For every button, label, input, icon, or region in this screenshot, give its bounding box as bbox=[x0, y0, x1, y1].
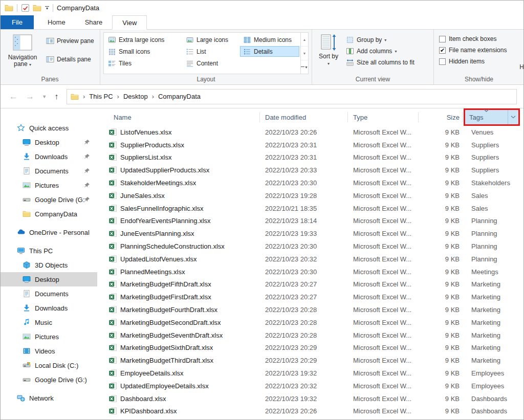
layout-option-medium-icons[interactable]: Medium icons bbox=[240, 34, 299, 45]
sidebar-item-this-pc[interactable]: This PC bbox=[0, 244, 97, 258]
recent-locations-dropdown-icon[interactable]: ▼ bbox=[42, 94, 47, 99]
breadcrumb-item-companydata[interactable]: CompanyData bbox=[158, 93, 201, 100]
tab-home[interactable]: Home bbox=[38, 15, 75, 29]
checkbox-file-name-extensions[interactable]: ✔ File name extensions bbox=[439, 45, 522, 56]
layout-option-small-icons[interactable]: Small icons bbox=[105, 46, 183, 57]
file-row[interactable]: UpdatedEmployeeDetails.xlsx 2022/10/23 2… bbox=[97, 380, 524, 392]
column-header-name[interactable]: Name bbox=[97, 108, 260, 126]
breadcrumb-item-desktop[interactable]: Desktop bbox=[123, 93, 148, 100]
file-date-modified: 2022/10/23 20:28 bbox=[260, 331, 348, 339]
breadcrumb-chevron-icon: › bbox=[152, 93, 154, 100]
file-date-modified: 2022/10/23 20:31 bbox=[260, 153, 348, 161]
breadcrumb[interactable]: › This PC › Desktop › CompanyData bbox=[67, 89, 517, 104]
file-size: 9 KB bbox=[419, 128, 463, 136]
file-row[interactable]: MarketingBudgetSixthDraft.xlsx 2022/10/2… bbox=[97, 342, 524, 355]
file-row[interactable]: JuneEventsPlanning.xlsx 2022/10/23 19:33… bbox=[97, 227, 524, 240]
checkbox-item-check-boxes[interactable]: Item check boxes bbox=[439, 33, 522, 45]
sidebar-item-documents[interactable]: Documents bbox=[0, 286, 97, 301]
column-header-date-modified[interactable]: Date modified bbox=[260, 108, 348, 126]
sidebar-item-music[interactable]: Music bbox=[0, 315, 97, 329]
sidebar-item-3d-objects[interactable]: 3D Objects bbox=[0, 258, 97, 272]
group-by-button[interactable]: Group by ▾ bbox=[344, 34, 417, 46]
details-pane-button[interactable]: Details pane bbox=[44, 54, 96, 65]
file-row[interactable]: ListofVenues.xlsx 2022/10/23 20:26 Micro… bbox=[97, 126, 524, 139]
file-row[interactable]: MarketingBudgetSeventhDraft.xlsx 2022/10… bbox=[97, 329, 524, 342]
file-row[interactable]: MarketingBudgetThirdDraft.xlsx 2022/10/2… bbox=[97, 354, 524, 367]
forward-button-icon[interactable]: → bbox=[26, 92, 34, 102]
breadcrumb-item-this-pc[interactable]: This PC bbox=[89, 93, 113, 100]
file-row[interactable]: EmployeeDetails.xlsx 2022/10/23 19:32 Mi… bbox=[97, 367, 524, 380]
layout-option-extra-large-icons[interactable]: Extra large icons bbox=[105, 34, 183, 45]
sort-by-button[interactable]: Sort by ▾ bbox=[314, 32, 343, 74]
sidebar-item-pictures[interactable]: Pictures bbox=[0, 329, 97, 344]
sidebar-item-downloads[interactable]: Downloads bbox=[0, 149, 97, 164]
sidebar-item-desktop[interactable]: Desktop bbox=[0, 272, 97, 286]
gallery-scroll-up-icon[interactable]: ▲ bbox=[301, 33, 308, 47]
tags-header-button[interactable]: Tags bbox=[465, 110, 508, 124]
sidebar-item-google-drive-g[interactable]: Google Drive (G: bbox=[0, 192, 97, 207]
gallery-more-icon[interactable]: ▼ bbox=[301, 60, 308, 74]
tab-share[interactable]: Share bbox=[75, 15, 113, 29]
file-row[interactable]: SalesFunnelInfographic.xlsx 2022/10/21 1… bbox=[97, 202, 524, 215]
address-bar: ← → ▼ ↑ › This PC › Desktop › CompanyDat… bbox=[0, 85, 524, 108]
file-row[interactable]: Dashboard.xlsx 2022/10/23 19:32 Microsof… bbox=[97, 392, 524, 405]
qat-checkmark-icon[interactable] bbox=[21, 4, 30, 12]
sidebar-item-quick-access[interactable]: Quick access bbox=[0, 121, 97, 135]
qat-customize-dropdown-icon[interactable]: ▾ bbox=[45, 6, 49, 10]
file-row[interactable]: KPIDashboard.xlsx 2022/10/23 20:26 Micro… bbox=[97, 405, 524, 418]
file-row[interactable]: MarketingBudgetFifthDraft.xlsx 2022/10/2… bbox=[97, 278, 524, 291]
tab-file[interactable]: File bbox=[1, 15, 34, 29]
layout-gallery-scroll: ▲ ▼ ▼ bbox=[301, 32, 309, 74]
checkbox[interactable] bbox=[439, 36, 446, 42]
layout-option-content[interactable]: Content bbox=[183, 58, 240, 69]
gallery-scroll-down-icon[interactable]: ▼ bbox=[301, 47, 308, 60]
sidebar-item-desktop[interactable]: Desktop bbox=[0, 135, 97, 149]
size-all-columns-button[interactable]: Size all columns to fit bbox=[344, 57, 417, 68]
file-row[interactable]: EndofYearEventsPlanning.xlsx 2022/10/23 … bbox=[97, 215, 524, 228]
navigation-pane-button[interactable]: Navigation pane ▾ bbox=[2, 32, 43, 74]
sidebar-item-companydata[interactable]: CompanyData bbox=[0, 207, 97, 221]
file-row[interactable]: PlannedMeetings.xlsx 2022/10/23 20:30 Mi… bbox=[97, 266, 524, 278]
file-row[interactable]: SupplierProducts.xlsx 2022/10/23 20:31 M… bbox=[97, 139, 524, 151]
file-tags: Marketing bbox=[463, 357, 524, 364]
checkbox[interactable]: ✔ bbox=[439, 47, 446, 54]
add-columns-button[interactable]: Add columns ▾ bbox=[344, 46, 417, 57]
file-row[interactable]: MarketingBudgetFirstDraft.xlsx 2022/10/2… bbox=[97, 291, 524, 303]
file-row[interactable]: MarketingBudgetSecondDraft.xlsx 2022/10/… bbox=[97, 316, 524, 329]
file-tags: Employees bbox=[463, 382, 524, 390]
preview-pane-button[interactable]: Preview pane bbox=[44, 35, 96, 47]
file-type: Microsoft Excel W... bbox=[348, 166, 419, 174]
file-row[interactable]: JuneSales.xlsx 2022/10/23 19:28 Microsof… bbox=[97, 189, 524, 202]
layout-option-large-icons[interactable]: Large icons bbox=[183, 34, 240, 45]
sort-by-icon bbox=[318, 33, 339, 52]
up-button-icon[interactable]: ↑ bbox=[54, 92, 58, 101]
back-button-icon[interactable]: ← bbox=[9, 92, 18, 102]
file-row[interactable]: MarketingBudgetFourthDraft.xlsx 2022/10/… bbox=[97, 303, 524, 316]
file-row[interactable]: UpdatedListofVenues.xlsx 2022/10/23 20:3… bbox=[97, 253, 524, 266]
layout-option-tiles[interactable]: Tiles bbox=[105, 58, 183, 69]
layout-option-details[interactable]: Details bbox=[240, 46, 299, 57]
sidebar-item-videos[interactable]: Videos bbox=[0, 344, 97, 358]
tab-view[interactable]: View bbox=[112, 15, 147, 30]
excel-file-icon bbox=[109, 319, 117, 326]
file-tags: Suppliers bbox=[463, 141, 524, 149]
sidebar-item-pictures[interactable]: Pictures bbox=[0, 178, 97, 192]
file-row[interactable]: PlanningScheduleConstruction.xlsx 2022/1… bbox=[97, 240, 524, 253]
qat-folder-icon[interactable] bbox=[33, 4, 41, 12]
checkbox[interactable] bbox=[439, 58, 446, 65]
file-row[interactable]: UpdatedSupplierProducts.xlsx 2022/10/23 … bbox=[97, 164, 524, 176]
layout-option-list[interactable]: List bbox=[183, 46, 240, 57]
tags-filter-dropdown-button[interactable] bbox=[508, 110, 518, 124]
file-row[interactable]: StakeholderMeetings.xlsx 2022/10/23 20:3… bbox=[97, 176, 524, 189]
sidebar-item-network[interactable]: Network bbox=[0, 391, 97, 405]
sidebar-item-documents[interactable]: Documents bbox=[0, 164, 97, 178]
checkbox-hidden-items[interactable]: Hidden items bbox=[439, 56, 522, 67]
file-row[interactable]: SuppliersList.xlsx 2022/10/23 20:31 Micr… bbox=[97, 151, 524, 164]
sidebar-item-local-disk-c[interactable]: Local Disk (C:) bbox=[0, 358, 97, 372]
file-date-modified: 2022/10/23 20:31 bbox=[260, 141, 348, 149]
column-header-type[interactable]: Type bbox=[348, 108, 419, 126]
sidebar-item-downloads[interactable]: Downloads bbox=[0, 301, 97, 315]
sidebar-item-google-drive-g[interactable]: Google Drive (G:) bbox=[0, 372, 97, 387]
column-header-size[interactable]: Size bbox=[419, 108, 463, 126]
sidebar-item-onedrive-personal[interactable]: OneDrive - Personal bbox=[0, 225, 97, 239]
